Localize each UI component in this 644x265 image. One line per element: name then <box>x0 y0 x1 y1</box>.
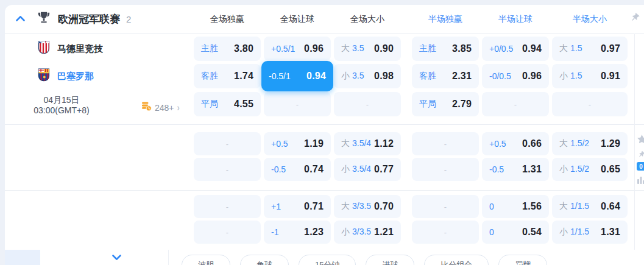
odds-cell[interactable]: 大1/1.50.64 <box>552 195 628 218</box>
odds-cell: - <box>194 221 261 244</box>
odds-cell[interactable]: -0/0.50.96 <box>482 64 549 88</box>
odds-cell[interactable]: 00.54 <box>482 221 549 244</box>
odds-cell[interactable]: 小3.5/40.77 <box>334 158 401 181</box>
quick-market-chip[interactable]: 波胆 <box>182 255 230 265</box>
odds-value: 0.64 <box>601 201 620 212</box>
odds-value: 2.31 <box>452 71 472 82</box>
odds-cell[interactable]: 大3.50.90 <box>334 37 401 61</box>
odds-label: +0.5/1 <box>271 44 295 54</box>
odds-value: 4.55 <box>234 99 253 110</box>
market-column-header[interactable]: 半场独赢 <box>409 5 482 34</box>
league-title-row: 欧洲冠军联赛 2 <box>58 5 131 34</box>
odds-board-card: 欧洲冠军联赛 2 全场独赢全场让球全场大小半场独赢半场让球半场大小 <box>5 5 644 265</box>
odds-label: 大1/1.5 <box>559 201 589 212</box>
odds-cell[interactable]: +0.51.19 <box>264 132 331 155</box>
odds-cell[interactable]: +0.50.66 <box>482 132 549 155</box>
market-column-header[interactable]: 半场让球 <box>479 5 552 34</box>
odds-value: 0.94 <box>306 71 326 82</box>
bottom-left-block <box>5 250 40 265</box>
chevron-right-icon: › <box>177 102 180 114</box>
odds-cell[interactable]: 平局4.55 <box>194 92 261 116</box>
odds-label: 大3.5 <box>341 43 364 54</box>
live-count-badge: 0 <box>637 162 644 171</box>
odds-value: 1.19 <box>304 138 324 149</box>
odds-cell: - <box>412 195 479 218</box>
quick-market-chip[interactable]: 进球 <box>366 255 414 265</box>
market-column-header[interactable]: 全场大小 <box>331 5 404 34</box>
more-markets-link[interactable]: 248+ › <box>141 101 180 114</box>
odds-cell[interactable]: 主胜3.80 <box>194 37 261 61</box>
odds-cell: - <box>194 132 261 155</box>
odds-label: 大3/3.5 <box>341 201 371 212</box>
coins-icon <box>141 101 152 114</box>
home-team-name: 马德里竞技 <box>57 43 103 55</box>
odds-cell[interactable]: 01.56 <box>482 195 549 218</box>
odds-cell[interactable]: 大3.5/41.12 <box>334 132 401 155</box>
odds-label-prefix: 大 <box>559 138 568 149</box>
odds-cell: - <box>264 92 331 116</box>
odds-label: 客胜 <box>419 71 436 82</box>
odds-cell: - <box>552 92 628 116</box>
odds-cell: - <box>482 92 549 116</box>
quick-market-chip[interactable]: 罚牌 <box>498 255 547 265</box>
quick-market-chip[interactable]: 比分组合 <box>424 255 489 265</box>
odds-value: 0.90 <box>374 43 394 54</box>
odds-cell[interactable]: 小1/1.51.31 <box>552 221 628 244</box>
odds-cell[interactable]: +0/0.50.94 <box>482 37 549 61</box>
odds-cell[interactable]: 主胜3.85 <box>412 37 479 61</box>
odds-value: 0.77 <box>374 164 394 175</box>
home-team-logo <box>38 41 50 57</box>
market-column-header[interactable]: 全场独赢 <box>191 5 264 34</box>
quick-market-chip[interactable]: 角球 <box>240 255 289 265</box>
away-team-row[interactable]: 巴塞罗那 <box>38 64 94 88</box>
odds-cell[interactable]: 小1.50.91 <box>552 64 628 88</box>
empty-odds-dash: - <box>444 140 447 149</box>
odds-cell[interactable]: 大3/3.50.70 <box>334 195 401 218</box>
odds-cell[interactable]: 小3/3.51.21 <box>334 221 401 244</box>
odds-cell[interactable]: 客胜1.74 <box>194 64 261 88</box>
header-divider <box>5 34 644 34</box>
market-column-header[interactable]: 半场大小 <box>553 5 626 34</box>
odds-value: 0.96 <box>304 43 324 54</box>
odds-label: 小3.5 <box>341 71 364 82</box>
quick-market-chip[interactable]: 15分钟 <box>299 255 356 265</box>
odds-label-prefix: 小 <box>341 227 350 238</box>
odds-label: 小1.5/2 <box>559 164 589 175</box>
chevron-down-icon[interactable] <box>111 252 122 263</box>
odds-label: 客胜 <box>201 71 218 82</box>
odds-cell[interactable]: +0.5/10.96 <box>264 37 331 61</box>
odds-cell[interactable]: +10.71 <box>264 195 331 218</box>
odds-cell[interactable]: -0.51.31 <box>482 158 549 181</box>
odds-value: 1.31 <box>522 164 542 175</box>
odds-label-prefix: 小 <box>559 71 568 82</box>
section-divider <box>5 124 644 125</box>
odds-cell: - <box>412 132 479 155</box>
odds-label: -0.5 <box>271 164 286 174</box>
stats-bars-icon[interactable] <box>637 175 644 186</box>
odds-label-prefix: 大 <box>559 201 568 212</box>
star-icon[interactable] <box>637 134 644 147</box>
odds-cell: - <box>194 158 261 181</box>
empty-odds-dash: - <box>226 202 228 211</box>
odds-cell[interactable]: 大1.5/21.29 <box>552 132 628 155</box>
away-team-name: 巴塞罗那 <box>57 71 94 82</box>
odds-value: 0.91 <box>601 71 620 82</box>
odds-cell[interactable]: 小3.50.98 <box>334 64 401 88</box>
odds-cell[interactable]: 平局2.79 <box>412 92 479 116</box>
pin-icon[interactable] <box>626 10 642 27</box>
odds-value: 1.74 <box>234 71 253 82</box>
odds-cell[interactable]: 小1.5/20.65 <box>552 158 628 181</box>
odds-cell[interactable]: -0.50.74 <box>264 158 331 181</box>
odds-cell[interactable]: 大1.50.97 <box>552 37 628 61</box>
odds-cell[interactable]: 客胜2.31 <box>412 64 479 88</box>
market-column-header[interactable]: 全场让球 <box>261 5 334 34</box>
empty-odds-dash: - <box>226 165 228 174</box>
odds-cell[interactable]: -0.5/10.94 <box>261 61 333 91</box>
chevron-up-icon[interactable] <box>15 13 26 24</box>
odds-value: 0.54 <box>522 227 542 238</box>
odds-cell[interactable]: -11.23 <box>264 221 331 244</box>
home-team-row[interactable]: 马德里竞技 <box>38 37 103 61</box>
odds-label: 平局 <box>419 99 436 110</box>
pin-icon[interactable] <box>634 149 644 162</box>
odds-label: +0.5 <box>271 139 288 149</box>
